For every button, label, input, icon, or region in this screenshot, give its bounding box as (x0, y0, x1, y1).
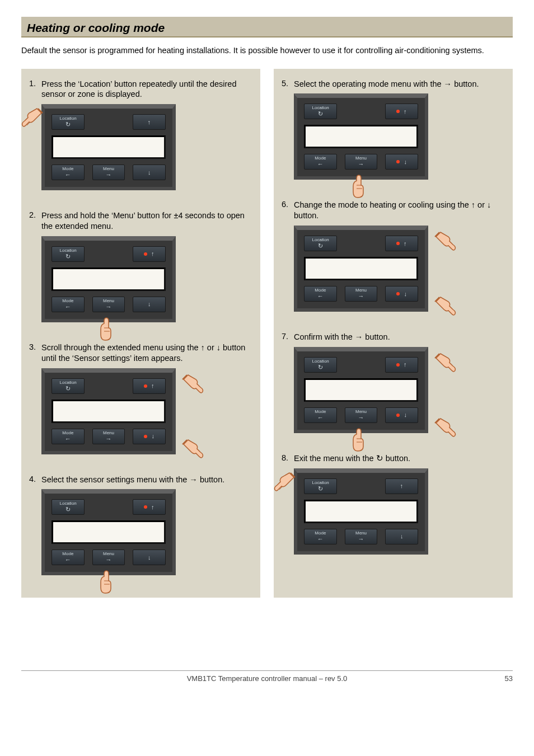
up-button[interactable]: ↑ (385, 104, 418, 119)
down-button[interactable]: ↓ (385, 407, 418, 423)
step-text: Press and hold the ‘Menu’ button for ±4 … (41, 210, 252, 232)
step-text: Confirm with the → button. (294, 332, 505, 342)
mode-button[interactable]: Mode ← (51, 550, 85, 565)
location-button[interactable]: Location ↻ (51, 378, 85, 394)
revert-icon: ↻ (318, 486, 323, 492)
lcd-display (51, 135, 166, 159)
arrow-right-icon: → (106, 304, 112, 310)
step-number: 6. (282, 200, 294, 315)
mode-button[interactable]: Mode ← (304, 407, 337, 423)
led-icon (144, 435, 147, 438)
mode-button[interactable]: Mode ← (51, 165, 85, 180)
arrow-left-icon: ← (317, 161, 324, 167)
arrow-left-icon: ← (317, 293, 324, 299)
arrow-right-icon: → (106, 436, 112, 442)
down-button[interactable]: ↓ (133, 165, 166, 180)
arrow-up-icon: ↑ (404, 109, 407, 115)
down-button[interactable]: ↓ (133, 550, 166, 565)
step-number: 5. (282, 79, 294, 184)
pointer-hand-icon (178, 372, 205, 398)
arrow-right-icon: → (106, 557, 112, 563)
arrow-down-icon: ↓ (148, 301, 151, 307)
down-button[interactable]: ↓ (385, 154, 418, 170)
lcd-display (51, 520, 166, 544)
location-button[interactable]: Location ↻ (304, 104, 337, 119)
arrow-up-icon: ↑ (404, 361, 407, 368)
mode-button[interactable]: Mode ← (304, 154, 337, 170)
arrow-down-icon: ↓ (151, 433, 154, 439)
location-button[interactable]: Location ↻ (304, 236, 337, 251)
mode-button[interactable]: Mode ← (304, 286, 337, 302)
arrow-right-icon: → (358, 536, 364, 542)
arrow-down-icon: ↓ (148, 555, 151, 561)
led-icon (144, 505, 147, 509)
location-button[interactable]: Location ↻ (51, 114, 85, 130)
arrow-right-icon: → (106, 172, 112, 178)
button-label: Location (312, 359, 329, 364)
up-button[interactable]: ↑ (133, 246, 166, 262)
section-header: Heating or cooling mode (21, 17, 513, 37)
button-label: Mode (315, 531, 326, 536)
arrow-up-icon: ↑ (151, 251, 154, 257)
step-text: Press the ‘Location’ button repeatedly u… (41, 79, 252, 100)
page-number: 53 (479, 674, 513, 683)
lcd-display (304, 125, 418, 148)
device-panel: Location ↻ ↑ Mode (41, 236, 176, 322)
up-button[interactable]: ↑ (385, 478, 418, 494)
up-button[interactable]: ↑ (385, 236, 418, 251)
device-panel: Location ↻ ↑ Mode ← (294, 468, 428, 555)
location-button[interactable]: Location ↻ (304, 357, 337, 373)
arrow-right-icon: → (358, 415, 364, 421)
menu-button[interactable]: Menu → (92, 165, 125, 180)
menu-button[interactable]: Menu → (345, 529, 378, 544)
pointer-hand-icon (94, 569, 121, 595)
down-button[interactable]: ↓ (133, 429, 166, 444)
pointer-hand-icon (430, 229, 457, 256)
button-label: Menu (355, 288, 367, 293)
down-button[interactable]: ↓ (385, 286, 418, 302)
arrow-left-icon: ← (65, 172, 71, 178)
step: 1. Press the ‘Location’ button repeatedl… (29, 79, 252, 194)
down-button[interactable]: ↓ (133, 297, 166, 312)
button-label: Location (60, 381, 77, 385)
arrow-left-icon: ← (65, 557, 71, 563)
up-button[interactable]: ↑ (133, 499, 166, 515)
menu-button[interactable]: Menu → (345, 286, 378, 302)
led-icon (144, 384, 147, 388)
arrow-up-icon: ↑ (151, 383, 154, 389)
step-number: 3. (29, 342, 41, 458)
device-illustration: Location ↻ ↑ Mode (294, 226, 439, 315)
step-number: 4. (29, 475, 41, 579)
mode-button[interactable]: Mode ← (51, 429, 85, 444)
pointer-hand-icon (430, 294, 457, 321)
menu-button[interactable]: Menu → (345, 407, 378, 423)
device-illustration: Location ↻ ↑ Mode (294, 347, 439, 436)
button-label: Location (60, 501, 77, 506)
button-label: Mode (62, 552, 73, 556)
arrow-down-icon: ↓ (404, 291, 407, 297)
up-button[interactable]: ↑ (133, 378, 166, 394)
button-label: Menu (355, 531, 367, 536)
button-label: Menu (103, 431, 114, 435)
button-label: Mode (62, 431, 73, 435)
up-button[interactable]: ↑ (133, 114, 166, 130)
button-label: Location (312, 106, 329, 110)
device-illustration: Location ↻ ↑ Mode ← (294, 468, 439, 558)
location-button[interactable]: Location ↻ (51, 246, 85, 262)
step-number: 7. (282, 332, 294, 436)
menu-button[interactable]: Menu → (345, 154, 378, 170)
location-button[interactable]: Location ↻ (51, 499, 85, 515)
menu-button[interactable]: Menu → (92, 550, 125, 565)
lcd-display (304, 257, 418, 280)
mode-button[interactable]: Mode ← (304, 529, 337, 544)
up-button[interactable]: ↑ (385, 357, 418, 373)
led-icon (396, 110, 400, 113)
menu-button[interactable]: Menu → (92, 429, 125, 444)
arrow-left-icon: ← (65, 436, 71, 442)
button-label: Mode (315, 410, 326, 414)
location-button[interactable]: Location ↻ (304, 478, 337, 494)
menu-button[interactable]: Menu → (92, 297, 125, 312)
down-button[interactable]: ↓ (385, 529, 418, 544)
mode-button[interactable]: Mode ← (51, 297, 85, 312)
step: 4. Select the sensor settings menu with … (29, 475, 252, 579)
